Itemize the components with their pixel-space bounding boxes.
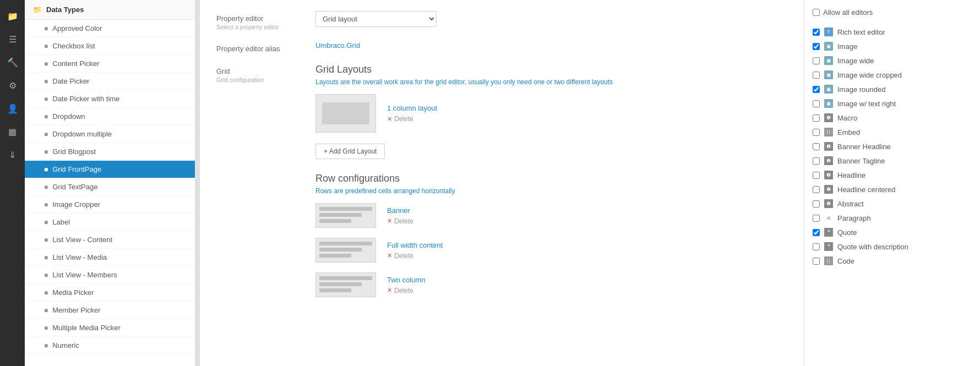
grid-layouts-title: Grid Layouts	[315, 64, 787, 75]
at-icon: ❶	[824, 113, 833, 122]
row-delete-button[interactable]: ✕ Delete	[387, 252, 443, 260]
row-preview-line	[319, 213, 362, 217]
editor-checkbox[interactable]	[813, 86, 820, 93]
sidebar-item[interactable]: ■Date Picker	[25, 73, 195, 90]
editor-checkbox[interactable]	[813, 243, 820, 250]
editor-item: ❶ Banner Tagline	[813, 154, 972, 168]
quote-icon: ❝	[824, 242, 833, 251]
editor-checkbox[interactable]	[813, 172, 820, 179]
layout-delete-button[interactable]: ✕ Delete	[387, 115, 437, 123]
row-delete-button[interactable]: ✕ Delete	[387, 217, 413, 225]
editor-checkbox[interactable]	[813, 114, 820, 122]
nav-forms[interactable]: ▦	[0, 120, 25, 143]
code-icon: ⟨⟩	[824, 256, 833, 265]
sidebar-item[interactable]: ■Grid TextPage	[25, 178, 195, 196]
item-icon: ■	[44, 95, 48, 103]
alias-label: Property editor alias	[216, 41, 304, 53]
item-icon: ■	[44, 166, 48, 173]
sidebar-item[interactable]: ■Checkbox list	[25, 37, 195, 55]
sidebar-item-label: Media Picker	[52, 288, 94, 297]
sidebar-item[interactable]: ■Image Cropper	[25, 196, 195, 214]
sidebar-item[interactable]: ■Multiple Media Picker	[25, 319, 195, 337]
sidebar-item[interactable]: ■Grid Blogpost	[25, 143, 195, 161]
sidebar-item[interactable]: ■List View - Members	[25, 266, 195, 284]
main-content: Property editor Select a property editor…	[200, 0, 804, 366]
editor-item: ❶ Headline centered	[813, 182, 972, 196]
row-preview-line	[319, 248, 362, 252]
sidebar-item[interactable]: ■Grid FrontPage	[25, 161, 195, 178]
editor-checkbox[interactable]	[813, 129, 820, 136]
item-icon: ■	[44, 25, 48, 32]
property-editor-sublabel: Select a property editor	[216, 24, 304, 30]
row-preview-line	[319, 219, 351, 223]
editor-checkbox[interactable]	[813, 29, 820, 36]
editor-label: Banner Tagline	[837, 157, 885, 165]
sidebar-item[interactable]: ■Date Picker with time	[25, 90, 195, 108]
grid-sublabel: Grid configuration	[216, 77, 304, 83]
editor-label: Macro	[837, 114, 857, 122]
sidebar-item[interactable]: ■Media Picker	[25, 284, 195, 302]
sidebar-item[interactable]: ■List View - Content	[25, 231, 195, 249]
property-editor-label: Property editor Select a property editor	[216, 11, 304, 30]
delete-label: Delete	[394, 287, 413, 294]
sidebar-item[interactable]: ■List View - Media	[25, 249, 195, 266]
sidebar-item-label: Label	[52, 218, 70, 226]
sidebar-item[interactable]: ■Content Picker	[25, 55, 195, 73]
sidebar: 📁 Data Types ■Approved Color■Checkbox li…	[25, 0, 195, 366]
editor-item: ▣ Image wide cropped	[813, 68, 972, 82]
editor-checkbox[interactable]	[813, 72, 820, 79]
sidebar-item[interactable]: ■Label	[25, 214, 195, 231]
sidebar-item[interactable]: ■Member Picker	[25, 302, 195, 319]
rich-text-icon: T	[824, 28, 833, 36]
grid-layout-item: 1 column layout ✕ Delete	[315, 94, 787, 133]
item-icon: ■	[44, 271, 48, 279]
editor-checkbox[interactable]	[813, 186, 820, 193]
sidebar-item[interactable]: ■Dropdown	[25, 108, 195, 125]
row-config-title: Row configurations	[315, 173, 787, 184]
editor-checkbox[interactable]	[813, 258, 820, 265]
nav-media[interactable]: ☰	[0, 28, 25, 51]
sidebar-item[interactable]: ■Dropdown multiple	[25, 125, 195, 143]
sidebar-item-label: Content Picker	[52, 59, 99, 68]
row-preview	[315, 203, 376, 228]
editor-checkbox[interactable]	[813, 43, 820, 50]
nav-packages[interactable]: ⇓	[0, 143, 25, 166]
editor-checkbox[interactable]	[813, 215, 820, 222]
add-grid-layout-button[interactable]: + Add Grid Layout	[315, 144, 385, 159]
row-delete-button[interactable]: ✕ Delete	[387, 287, 425, 294]
at-icon: ❶	[824, 142, 833, 151]
sidebar-item-label: Multiple Media Picker	[52, 324, 121, 332]
nav-settings[interactable]: 🔨	[0, 51, 25, 74]
property-editor-select[interactable]: Grid layout	[315, 11, 437, 27]
allow-all-label: Allow all editors	[823, 8, 873, 17]
editor-label: Code	[837, 257, 854, 265]
editor-label: Abstract	[837, 200, 864, 208]
row-info: Two column ✕ Delete	[387, 276, 425, 294]
allow-all-section: Allow all editors	[813, 8, 972, 17]
item-icon: ■	[44, 60, 48, 68]
sidebar-item-label: Grid TextPage	[52, 183, 97, 191]
sidebar-item[interactable]: ■Numeric	[25, 337, 195, 354]
editor-checkbox[interactable]	[813, 157, 820, 165]
delete-x-icon: ✕	[387, 252, 392, 259]
editor-label: Image wide	[837, 57, 874, 65]
editor-label: Banner Headline	[837, 143, 891, 151]
image-icon: ▣	[824, 42, 833, 51]
allow-all-checkbox[interactable]	[813, 9, 820, 16]
editor-checkbox[interactable]	[813, 143, 820, 150]
editor-checkbox[interactable]	[813, 229, 820, 236]
sidebar-item[interactable]: ■Approved Color	[25, 20, 195, 37]
nav-content[interactable]: 📁	[0, 4, 25, 28]
editor-checkbox[interactable]	[813, 100, 820, 107]
item-icon: ■	[44, 113, 48, 121]
row-name: Two column	[387, 276, 425, 284]
item-icon: ■	[44, 324, 48, 332]
nav-developer[interactable]: ⚙	[0, 74, 25, 97]
icon-bar: 📁 ☰ 🔨 ⚙ 👤 ▦ ⇓	[0, 0, 25, 366]
editor-checkbox[interactable]	[813, 57, 820, 64]
property-editor-field: Property editor Select a property editor…	[216, 11, 787, 30]
resize-bar[interactable]	[195, 0, 200, 366]
nav-users[interactable]: 👤	[0, 97, 25, 120]
editor-checkbox[interactable]	[813, 200, 820, 207]
editor-item: A Paragraph	[813, 211, 972, 225]
